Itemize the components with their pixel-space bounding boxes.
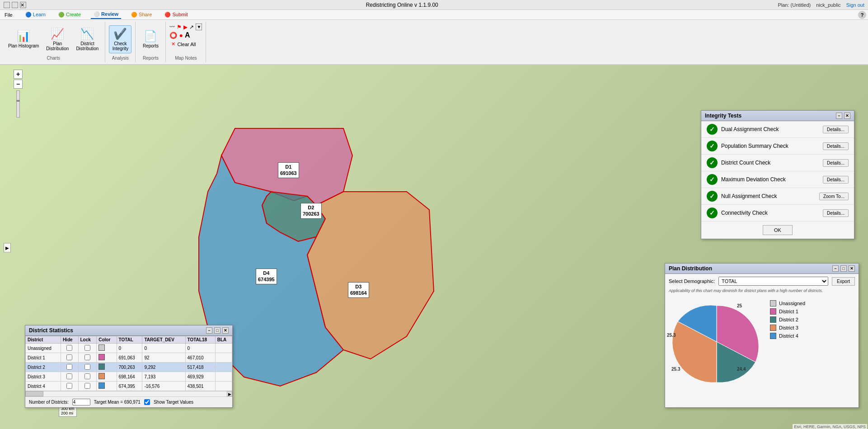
map-note-circle-icon[interactable]: ⭕ bbox=[169, 32, 177, 39]
district-3-label: D3 698164 bbox=[348, 282, 369, 298]
color-swatch[interactable] bbox=[99, 354, 105, 360]
stats-minimize-button[interactable]: − bbox=[206, 327, 212, 334]
pie-legend: Unassigned District 1 District 2 Distric… bbox=[766, 297, 809, 387]
menu-learn[interactable]: 🔵 Learn bbox=[23, 11, 48, 19]
table-row[interactable]: District 3 698,164 7,193 469,929 bbox=[26, 372, 232, 382]
district-distribution-button[interactable]: 📉 DistrictDistribution bbox=[73, 26, 101, 53]
hide-checkbox[interactable] bbox=[66, 364, 72, 370]
stats-restore-button[interactable]: □ bbox=[214, 327, 221, 334]
menu-submit[interactable]: 🔴 Submit bbox=[162, 11, 190, 19]
num-districts-input[interactable] bbox=[72, 399, 90, 405]
zoom-out-button[interactable]: − bbox=[14, 80, 23, 89]
hide-checkbox[interactable] bbox=[66, 345, 72, 351]
distribution-panel-controls: − □ ✕ bbox=[832, 265, 855, 272]
export-button[interactable]: Export bbox=[832, 277, 855, 286]
integrity-ok-button[interactable]: OK bbox=[763, 225, 793, 235]
table-row[interactable]: Unassigned 0 0 0 bbox=[26, 344, 232, 353]
cell-lock[interactable] bbox=[78, 353, 97, 363]
demographic-select[interactable]: TOTAL bbox=[718, 277, 828, 286]
close-icon[interactable]: ✕ bbox=[20, 2, 26, 8]
integrity-close-button[interactable]: ✕ bbox=[844, 113, 850, 119]
cell-lock[interactable] bbox=[78, 363, 97, 372]
lock-checkbox[interactable] bbox=[84, 383, 90, 389]
stats-close-button[interactable]: ✕ bbox=[222, 327, 229, 334]
map-note-wavy-icon[interactable]: 〰 bbox=[169, 24, 175, 30]
d4-id: D4 bbox=[258, 270, 275, 276]
color-swatch[interactable] bbox=[99, 363, 105, 370]
max-deviation-check-icon: ✓ bbox=[707, 174, 718, 185]
zoom-in-button[interactable]: + bbox=[14, 70, 23, 79]
minimize-icon[interactable] bbox=[4, 2, 10, 8]
pie-label-d4: 24.4 bbox=[737, 367, 746, 372]
ribbon-group-reports: 📄 Reports Reports bbox=[136, 22, 166, 62]
cell-district: District 3 bbox=[26, 372, 61, 382]
cell-bla bbox=[215, 344, 232, 353]
cell-hide[interactable] bbox=[61, 372, 78, 382]
menu-review[interactable]: ⚪ Review bbox=[91, 10, 121, 19]
restore-icon[interactable] bbox=[12, 2, 18, 8]
help-icon[interactable]: ? bbox=[858, 11, 866, 19]
reports-label: Reports bbox=[143, 43, 159, 48]
table-row[interactable]: District 4 674,395 -16,576 438,501 bbox=[26, 382, 232, 391]
menu-share[interactable]: 🟠 Share bbox=[128, 11, 155, 19]
reports-button[interactable]: 📄 Reports bbox=[139, 28, 162, 50]
district-dist-icon: 📉 bbox=[80, 28, 94, 40]
population-summary-details-button[interactable]: Details... bbox=[823, 142, 849, 150]
cell-hide[interactable] bbox=[61, 382, 78, 391]
distribution-panel-header[interactable]: Plan Distribution − □ ✕ bbox=[665, 264, 859, 274]
color-swatch[interactable] bbox=[99, 382, 105, 389]
cell-lock[interactable] bbox=[78, 344, 97, 353]
menu-create[interactable]: 🟢 Create bbox=[56, 11, 84, 19]
integrity-minimize-button[interactable]: − bbox=[836, 113, 842, 119]
lock-checkbox[interactable] bbox=[84, 354, 90, 360]
map-note-arrow-icon[interactable]: ↗ bbox=[189, 24, 194, 30]
table-row[interactable]: District 1 691,063 92 467,010 bbox=[26, 353, 232, 363]
cell-hide[interactable] bbox=[61, 353, 78, 363]
cell-lock[interactable] bbox=[78, 382, 97, 391]
table-row[interactable]: District 2 700,263 9,292 517,418 bbox=[26, 363, 232, 372]
hide-checkbox[interactable] bbox=[66, 354, 72, 360]
clear-all-label: Clear All bbox=[177, 42, 196, 47]
cell-hide[interactable] bbox=[61, 363, 78, 372]
map-note-marker-icon[interactable]: ▶ bbox=[183, 24, 188, 30]
integrity-panel-header[interactable]: Integrity Tests − ✕ bbox=[701, 111, 854, 121]
distribution-restore-button[interactable]: □ bbox=[840, 265, 847, 272]
null-assignment-zoom-button[interactable]: Zoom To... bbox=[819, 193, 849, 200]
show-target-values-checkbox[interactable] bbox=[144, 399, 150, 405]
lock-checkbox[interactable] bbox=[84, 345, 90, 351]
population-summary-label: Population Summary Check bbox=[721, 143, 819, 149]
menu-file[interactable]: File bbox=[2, 11, 15, 19]
stats-scrollbar[interactable]: ▶ bbox=[25, 391, 232, 396]
map-note-dot-icon[interactable]: ● bbox=[179, 32, 183, 39]
cell-total18: 438,501 bbox=[185, 382, 215, 391]
map-nav-arrow[interactable]: ▶ bbox=[4, 243, 11, 253]
hide-checkbox[interactable] bbox=[66, 373, 72, 379]
plan-histogram-button[interactable]: 📊 Plan Histogram bbox=[5, 28, 42, 50]
charts-group-label: Charts bbox=[47, 56, 60, 61]
connectivity-details-button[interactable]: Details... bbox=[823, 209, 849, 217]
expand-icon[interactable]: ▼ bbox=[196, 24, 202, 30]
stats-panel-header[interactable]: District Statistics − □ ✕ bbox=[25, 325, 232, 336]
color-swatch[interactable] bbox=[99, 373, 105, 379]
sign-out-link[interactable]: Sign out bbox=[846, 2, 864, 8]
distribution-minimize-button[interactable]: − bbox=[832, 265, 839, 272]
map-note-text-icon[interactable]: A bbox=[185, 31, 190, 39]
dual-assignment-row: ✓ Dual Assignment Check Details... bbox=[701, 121, 854, 138]
hide-checkbox[interactable] bbox=[66, 383, 72, 389]
lock-checkbox[interactable] bbox=[84, 364, 90, 370]
legend-district4: District 4 bbox=[770, 333, 805, 339]
district-count-details-button[interactable]: Details... bbox=[823, 159, 849, 167]
map-area[interactable]: D1 691063 D2 700263 D3 698164 D4 674395 … bbox=[0, 65, 868, 429]
district-count-row: ✓ District Count Check Details... bbox=[701, 155, 854, 171]
clear-all-button[interactable]: ✕ Clear All bbox=[169, 40, 197, 48]
cell-lock[interactable] bbox=[78, 372, 97, 382]
plan-distribution-button[interactable]: 📈 PlanDistribution bbox=[43, 26, 71, 53]
check-integrity-button[interactable]: ✔️ CheckIntegrity bbox=[109, 25, 131, 53]
max-deviation-details-button[interactable]: Details... bbox=[823, 176, 849, 184]
cell-hide[interactable] bbox=[61, 344, 78, 353]
distribution-close-button[interactable]: ✕ bbox=[849, 265, 855, 272]
color-swatch[interactable] bbox=[99, 344, 105, 351]
map-note-flag-icon[interactable]: ⚑ bbox=[177, 24, 182, 30]
dual-assignment-details-button[interactable]: Details... bbox=[823, 126, 849, 133]
lock-checkbox[interactable] bbox=[84, 373, 90, 379]
